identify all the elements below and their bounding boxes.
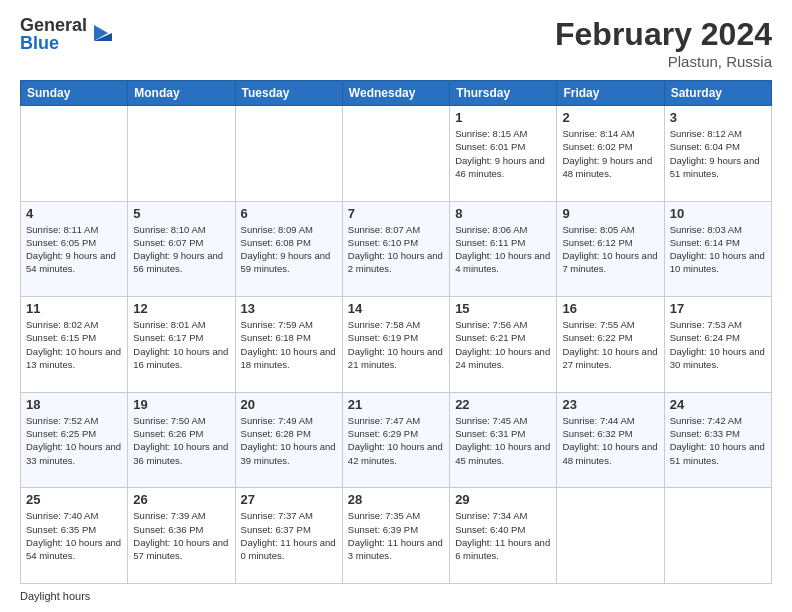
calendar-cell: 29Sunrise: 7:34 AM Sunset: 6:40 PM Dayli… [450,488,557,584]
cell-info: Sunrise: 7:53 AM Sunset: 6:24 PM Dayligh… [670,318,766,371]
week-row-3: 11Sunrise: 8:02 AM Sunset: 6:15 PM Dayli… [21,297,772,393]
cell-day-number: 3 [670,110,766,125]
cell-day-number: 21 [348,397,444,412]
cell-day-number: 4 [26,206,122,221]
calendar-cell [557,488,664,584]
calendar-cell: 27Sunrise: 7:37 AM Sunset: 6:37 PM Dayli… [235,488,342,584]
cell-info: Sunrise: 7:45 AM Sunset: 6:31 PM Dayligh… [455,414,551,467]
cell-day-number: 15 [455,301,551,316]
calendar-cell: 22Sunrise: 7:45 AM Sunset: 6:31 PM Dayli… [450,392,557,488]
calendar-cell: 5Sunrise: 8:10 AM Sunset: 6:07 PM Daylig… [128,201,235,297]
cell-day-number: 25 [26,492,122,507]
col-friday: Friday [557,81,664,106]
cell-info: Sunrise: 7:39 AM Sunset: 6:36 PM Dayligh… [133,509,229,562]
page: General Blue February 2024 Plastun, Russ… [0,0,792,612]
cell-info: Sunrise: 7:59 AM Sunset: 6:18 PM Dayligh… [241,318,337,371]
cell-info: Sunrise: 8:01 AM Sunset: 6:17 PM Dayligh… [133,318,229,371]
cell-day-number: 9 [562,206,658,221]
calendar-cell [235,106,342,202]
logo-blue: Blue [20,34,87,52]
calendar-table: Sunday Monday Tuesday Wednesday Thursday… [20,80,772,584]
cell-info: Sunrise: 7:58 AM Sunset: 6:19 PM Dayligh… [348,318,444,371]
col-wednesday: Wednesday [342,81,449,106]
title-block: February 2024 Plastun, Russia [555,16,772,70]
cell-day-number: 16 [562,301,658,316]
cell-info: Sunrise: 8:11 AM Sunset: 6:05 PM Dayligh… [26,223,122,276]
cell-info: Sunrise: 8:12 AM Sunset: 6:04 PM Dayligh… [670,127,766,180]
calendar-cell: 3Sunrise: 8:12 AM Sunset: 6:04 PM Daylig… [664,106,771,202]
calendar-cell: 16Sunrise: 7:55 AM Sunset: 6:22 PM Dayli… [557,297,664,393]
cell-day-number: 22 [455,397,551,412]
cell-day-number: 17 [670,301,766,316]
cell-info: Sunrise: 7:49 AM Sunset: 6:28 PM Dayligh… [241,414,337,467]
cell-day-number: 26 [133,492,229,507]
cell-info: Sunrise: 7:44 AM Sunset: 6:32 PM Dayligh… [562,414,658,467]
calendar-cell: 17Sunrise: 7:53 AM Sunset: 6:24 PM Dayli… [664,297,771,393]
calendar-cell: 1Sunrise: 8:15 AM Sunset: 6:01 PM Daylig… [450,106,557,202]
week-row-4: 18Sunrise: 7:52 AM Sunset: 6:25 PM Dayli… [21,392,772,488]
header: General Blue February 2024 Plastun, Russ… [20,16,772,70]
cell-info: Sunrise: 8:09 AM Sunset: 6:08 PM Dayligh… [241,223,337,276]
calendar-cell: 21Sunrise: 7:47 AM Sunset: 6:29 PM Dayli… [342,392,449,488]
calendar-cell: 20Sunrise: 7:49 AM Sunset: 6:28 PM Dayli… [235,392,342,488]
cell-day-number: 12 [133,301,229,316]
cell-info: Sunrise: 8:15 AM Sunset: 6:01 PM Dayligh… [455,127,551,180]
cell-day-number: 13 [241,301,337,316]
cell-info: Sunrise: 8:14 AM Sunset: 6:02 PM Dayligh… [562,127,658,180]
cell-info: Sunrise: 7:40 AM Sunset: 6:35 PM Dayligh… [26,509,122,562]
calendar-title: February 2024 [555,16,772,53]
cell-info: Sunrise: 7:34 AM Sunset: 6:40 PM Dayligh… [455,509,551,562]
cell-info: Sunrise: 7:52 AM Sunset: 6:25 PM Dayligh… [26,414,122,467]
calendar-cell: 9Sunrise: 8:05 AM Sunset: 6:12 PM Daylig… [557,201,664,297]
week-row-1: 1Sunrise: 8:15 AM Sunset: 6:01 PM Daylig… [21,106,772,202]
calendar-cell: 6Sunrise: 8:09 AM Sunset: 6:08 PM Daylig… [235,201,342,297]
col-sunday: Sunday [21,81,128,106]
calendar-cell: 28Sunrise: 7:35 AM Sunset: 6:39 PM Dayli… [342,488,449,584]
cell-info: Sunrise: 8:06 AM Sunset: 6:11 PM Dayligh… [455,223,551,276]
calendar-cell: 13Sunrise: 7:59 AM Sunset: 6:18 PM Dayli… [235,297,342,393]
calendar-cell [342,106,449,202]
cell-day-number: 10 [670,206,766,221]
calendar-cell: 10Sunrise: 8:03 AM Sunset: 6:14 PM Dayli… [664,201,771,297]
week-row-5: 25Sunrise: 7:40 AM Sunset: 6:35 PM Dayli… [21,488,772,584]
cell-day-number: 19 [133,397,229,412]
cell-info: Sunrise: 8:03 AM Sunset: 6:14 PM Dayligh… [670,223,766,276]
calendar-cell: 26Sunrise: 7:39 AM Sunset: 6:36 PM Dayli… [128,488,235,584]
cell-info: Sunrise: 7:42 AM Sunset: 6:33 PM Dayligh… [670,414,766,467]
logo: General Blue [20,16,112,52]
cell-info: Sunrise: 8:05 AM Sunset: 6:12 PM Dayligh… [562,223,658,276]
cell-info: Sunrise: 7:55 AM Sunset: 6:22 PM Dayligh… [562,318,658,371]
cell-day-number: 20 [241,397,337,412]
cell-day-number: 1 [455,110,551,125]
cell-day-number: 23 [562,397,658,412]
col-tuesday: Tuesday [235,81,342,106]
cell-info: Sunrise: 7:56 AM Sunset: 6:21 PM Dayligh… [455,318,551,371]
cell-info: Sunrise: 8:02 AM Sunset: 6:15 PM Dayligh… [26,318,122,371]
calendar-cell [664,488,771,584]
calendar-cell: 25Sunrise: 7:40 AM Sunset: 6:35 PM Dayli… [21,488,128,584]
cell-info: Sunrise: 8:07 AM Sunset: 6:10 PM Dayligh… [348,223,444,276]
calendar-cell: 15Sunrise: 7:56 AM Sunset: 6:21 PM Dayli… [450,297,557,393]
logo-icon [90,23,112,45]
cell-info: Sunrise: 7:50 AM Sunset: 6:26 PM Dayligh… [133,414,229,467]
calendar-cell: 18Sunrise: 7:52 AM Sunset: 6:25 PM Dayli… [21,392,128,488]
cell-day-number: 11 [26,301,122,316]
calendar-cell: 23Sunrise: 7:44 AM Sunset: 6:32 PM Dayli… [557,392,664,488]
calendar-cell [21,106,128,202]
cell-day-number: 29 [455,492,551,507]
cell-day-number: 6 [241,206,337,221]
col-saturday: Saturday [664,81,771,106]
cell-day-number: 7 [348,206,444,221]
cell-day-number: 24 [670,397,766,412]
calendar-cell [128,106,235,202]
cell-day-number: 5 [133,206,229,221]
logo-general: General [20,16,87,34]
calendar-cell: 7Sunrise: 8:07 AM Sunset: 6:10 PM Daylig… [342,201,449,297]
cell-info: Sunrise: 8:10 AM Sunset: 6:07 PM Dayligh… [133,223,229,276]
cell-day-number: 27 [241,492,337,507]
col-thursday: Thursday [450,81,557,106]
cell-info: Sunrise: 7:47 AM Sunset: 6:29 PM Dayligh… [348,414,444,467]
cell-day-number: 14 [348,301,444,316]
calendar-cell: 8Sunrise: 8:06 AM Sunset: 6:11 PM Daylig… [450,201,557,297]
calendar-cell: 24Sunrise: 7:42 AM Sunset: 6:33 PM Dayli… [664,392,771,488]
